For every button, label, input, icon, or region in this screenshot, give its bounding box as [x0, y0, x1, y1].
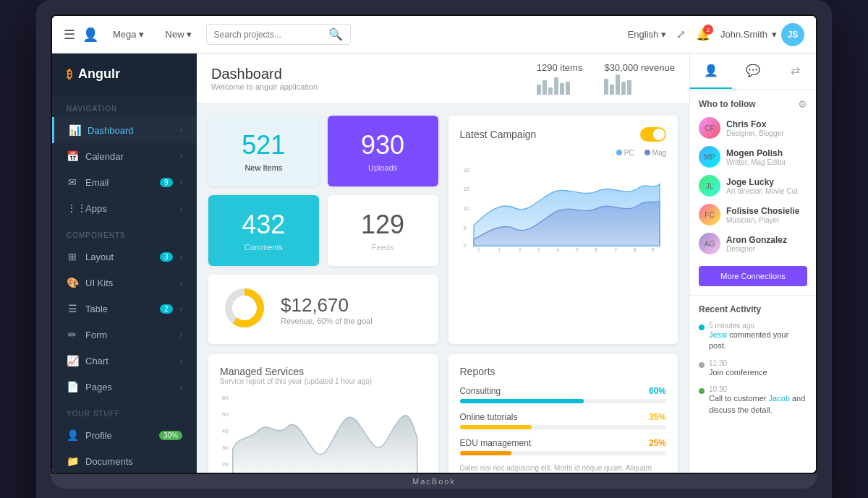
- svg-text:4: 4: [556, 247, 559, 252]
- arrow-icon: ›: [180, 383, 182, 391]
- nav-section-label: Navigation: [52, 95, 197, 117]
- documents-icon: 📁: [67, 455, 78, 467]
- uploads-card: 930 Uploads: [328, 116, 438, 186]
- recent-activity-section: Recent Activity 5 minutes ago Jessi comm…: [690, 295, 816, 432]
- expand-icon[interactable]: ⤢: [676, 27, 686, 41]
- arrow-icon: ›: [180, 357, 182, 365]
- notification-bell[interactable]: 🔔 2: [696, 27, 710, 41]
- activity-link-jessi[interactable]: Jessi: [709, 330, 727, 339]
- arrow-icon: ›: [180, 179, 182, 186]
- stat-cards-grid: 521 New Items 930 Uploads 432 Comments: [208, 116, 438, 266]
- sidebar-form-label: Form: [85, 330, 173, 340]
- arrow-icon: ›: [180, 305, 182, 313]
- language-selector[interactable]: English ▾: [628, 29, 666, 40]
- user-menu[interactable]: John.Smith ▾ JS: [720, 23, 804, 46]
- sidebar-item-table[interactable]: ☰ Table 2 ›: [52, 296, 197, 322]
- menu-icon[interactable]: ☰: [64, 27, 75, 43]
- arrow-icon: ›: [180, 205, 182, 212]
- activity-desc-pre-2: Call to customer: [709, 394, 766, 403]
- user-icon[interactable]: 👤: [82, 27, 98, 43]
- activity-dot-1: [699, 362, 705, 368]
- new-menu[interactable]: New ▾: [158, 25, 199, 44]
- legend-pc: PC: [616, 149, 634, 157]
- report-item-online: Online tutorials 35%: [460, 412, 667, 429]
- sidebar-calendar-label: Calendar: [85, 151, 173, 162]
- search-box[interactable]: 🔍: [206, 24, 351, 45]
- managed-services-card: Managed Services Service report of this …: [208, 354, 438, 473]
- sidebar-item-uikits[interactable]: 🎨 UI Kits ›: [52, 270, 197, 296]
- svg-text:10: 10: [463, 205, 469, 212]
- main-content: Dashboard Welcome to angulr application …: [197, 53, 689, 473]
- activity-item-2: 10:30 Call to customer Jacob and discuss…: [699, 385, 807, 416]
- table-badge: 2: [160, 304, 173, 314]
- search-icon: 🔍: [328, 27, 343, 41]
- tab-messages[interactable]: 💬: [732, 53, 774, 89]
- sidebar: ₿ Angulr Navigation 📊 Dashboard › 📅 Cale…: [52, 53, 197, 473]
- svg-text:50: 50: [222, 411, 229, 418]
- search-input[interactable]: [214, 30, 324, 40]
- campaign-title: Latest Campaign: [460, 129, 537, 140]
- svg-text:6: 6: [595, 247, 597, 252]
- mega-menu[interactable]: Mega ▾: [106, 25, 151, 44]
- arrow-icon: ›: [180, 331, 182, 339]
- report-item-edu: EDU management 25%: [460, 438, 667, 455]
- pages-icon: 📄: [67, 381, 78, 392]
- activity-dot-0: [699, 325, 705, 330]
- tab-settings[interactable]: ⇄: [774, 53, 816, 89]
- who-to-follow-header: Who to follow ⚙: [699, 98, 807, 110]
- who-to-follow-title: Who to follow: [699, 99, 756, 109]
- sidebar-item-profile[interactable]: 👤 Profile 30%: [52, 422, 197, 448]
- follow-avatar-0: CF: [699, 117, 720, 139]
- uploads-label: Uploads: [342, 163, 424, 172]
- sidebar-item-documents[interactable]: 📁 Documents: [52, 448, 197, 473]
- toggle-knob: [653, 129, 665, 140]
- email-badge: 9: [160, 178, 173, 187]
- svg-text:5: 5: [463, 225, 466, 231]
- follow-item-1[interactable]: MP Mogen Polish Writter, Mag Editor: [699, 146, 807, 168]
- sidebar-item-form[interactable]: ✏ Form ›: [52, 322, 197, 348]
- online-pct: 35%: [649, 412, 666, 422]
- layout-icon: ⊞: [67, 251, 78, 262]
- settings-gear-icon[interactable]: ⚙: [798, 98, 807, 110]
- follow-avatar-2: JL: [699, 175, 720, 197]
- svg-text:30: 30: [222, 445, 229, 451]
- header-left: Dashboard Welcome to angulr application: [211, 66, 318, 91]
- follow-item-3[interactable]: FC Folisise Chosielie Musician, Player: [699, 204, 807, 226]
- apps-icon: ⋮⋮: [67, 202, 78, 214]
- sidebar-item-chart[interactable]: 📈 Chart ›: [52, 348, 197, 374]
- stat-items: 1290 items: [537, 62, 583, 95]
- sidebar-profile-label: Profile: [85, 430, 152, 441]
- sidebar-item-dashboard[interactable]: 📊 Dashboard ›: [52, 117, 197, 143]
- follow-info-1: Mogen Polish Writter, Mag Editor: [726, 148, 786, 166]
- more-connections-button[interactable]: More Connections: [699, 266, 807, 286]
- sidebar-chart-label: Chart: [85, 356, 173, 366]
- user-avatar: JS: [781, 23, 804, 46]
- activity-time-2: 10:30: [709, 385, 807, 393]
- sidebar-item-pages[interactable]: 📄 Pages ›: [52, 374, 197, 400]
- feeds-label: Feeds: [342, 243, 424, 252]
- sidebar-item-apps[interactable]: ⋮⋮ Apps ›: [52, 195, 197, 221]
- chart-legend: PC Mag: [460, 149, 667, 157]
- toggle-switch[interactable]: [640, 127, 666, 142]
- feeds-number: 129: [342, 210, 424, 240]
- follow-item-0[interactable]: CF Chris Fox Designer, Blogger: [699, 117, 807, 139]
- sidebar-item-email[interactable]: ✉ Email 9 ›: [52, 169, 197, 195]
- follow-item-4[interactable]: AG Aron Gonzalez Designer: [699, 233, 807, 254]
- follow-item-2[interactable]: JL Joge Lucky Art director, Movie Cut: [699, 175, 807, 197]
- tab-profile[interactable]: 👤: [690, 53, 732, 89]
- sidebar-item-layout[interactable]: ⊞ Layout 3 ›: [52, 244, 197, 270]
- components-section-label: Components: [52, 221, 197, 244]
- dashboard-icon: 📊: [69, 124, 80, 136]
- svg-text:8: 8: [633, 247, 636, 252]
- items-count: 1290 items: [537, 62, 583, 73]
- follow-info-4: Aron Gonzalez Designer: [726, 235, 787, 253]
- activity-text-1: Join comference: [709, 367, 807, 378]
- activity-link-jacob[interactable]: Jacob: [769, 394, 790, 403]
- stat-revenue: $30,000 revenue: [604, 62, 675, 95]
- sidebar-layout-label: Layout: [85, 252, 153, 262]
- laptop-base: MacBook: [51, 474, 817, 489]
- topbar: ☰ 👤 Mega ▾ New ▾ 🔍 English ▾ ⤢ 🔔 2: [52, 16, 816, 53]
- sidebar-item-calendar[interactable]: 📅 Calendar ›: [52, 143, 197, 169]
- svg-text:9: 9: [651, 247, 654, 252]
- follow-role-3: Musician, Player: [726, 216, 799, 224]
